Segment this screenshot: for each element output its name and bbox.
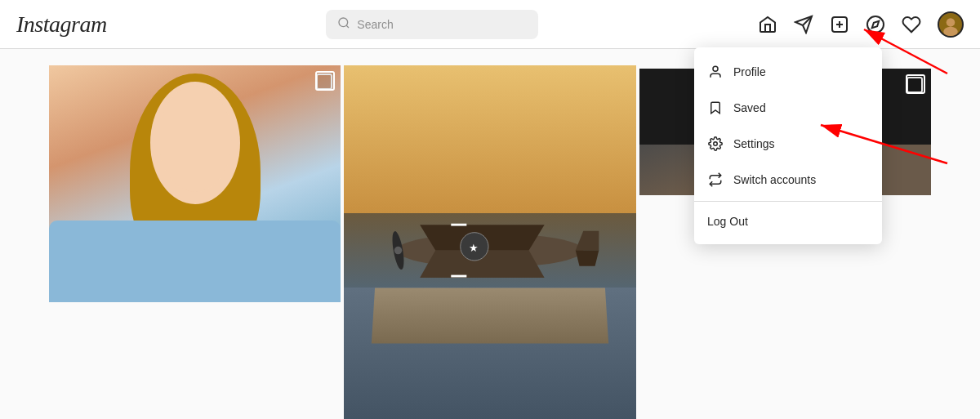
- svg-point-0: [339, 18, 348, 27]
- svg-marker-16: [576, 250, 599, 265]
- dropdown-divider: [694, 201, 882, 202]
- svg-marker-15: [576, 231, 599, 251]
- svg-point-7: [867, 16, 884, 33]
- grid-item-airplane[interactable]: ★: [344, 65, 635, 419]
- add-post-icon[interactable]: [830, 15, 849, 34]
- profile-dropdown: Profile Saved Settings Switch ac: [694, 47, 882, 244]
- multi-post-icon-2: [906, 77, 923, 93]
- multi-post-icon: [316, 74, 332, 90]
- search-bar[interactable]: [326, 10, 538, 39]
- dropdown-settings-label: Settings: [733, 137, 775, 150]
- svg-point-10: [947, 18, 956, 27]
- dropdown-switch-label: Switch accounts: [733, 173, 816, 186]
- instagram-logo: Instagram: [16, 11, 107, 38]
- dropdown-switch[interactable]: Switch accounts: [694, 162, 882, 198]
- dropdown-saved[interactable]: Saved: [694, 90, 882, 126]
- grid-item-girl-1[interactable]: [49, 65, 341, 302]
- heart-icon[interactable]: [902, 15, 921, 34]
- search-input[interactable]: [357, 18, 527, 31]
- svg-point-24: [714, 142, 718, 146]
- settings-icon: [707, 136, 724, 152]
- nav-icons: [758, 11, 964, 38]
- svg-point-11: [943, 26, 958, 36]
- dropdown-logout[interactable]: Log Out: [694, 205, 882, 238]
- svg-marker-8: [872, 20, 879, 27]
- switch-icon: [707, 172, 724, 188]
- svg-line-1: [346, 25, 349, 28]
- dropdown-profile[interactable]: Profile: [694, 54, 882, 90]
- dropdown-logout-label: Log Out: [707, 215, 748, 228]
- header: Instagram: [0, 0, 980, 49]
- dropdown-profile-label: Profile: [733, 65, 766, 78]
- explore-icon[interactable]: [866, 15, 885, 34]
- dropdown-settings[interactable]: Settings: [694, 126, 882, 162]
- svg-text:★: ★: [469, 241, 479, 253]
- dropdown-saved-label: Saved: [733, 101, 766, 114]
- send-icon[interactable]: [794, 15, 813, 34]
- avatar[interactable]: [938, 11, 964, 38]
- person-icon: [707, 64, 724, 80]
- svg-point-23: [713, 66, 718, 71]
- svg-point-20: [394, 247, 403, 255]
- search-icon: [337, 16, 350, 33]
- home-icon[interactable]: [758, 15, 777, 34]
- bookmark-icon: [707, 100, 724, 116]
